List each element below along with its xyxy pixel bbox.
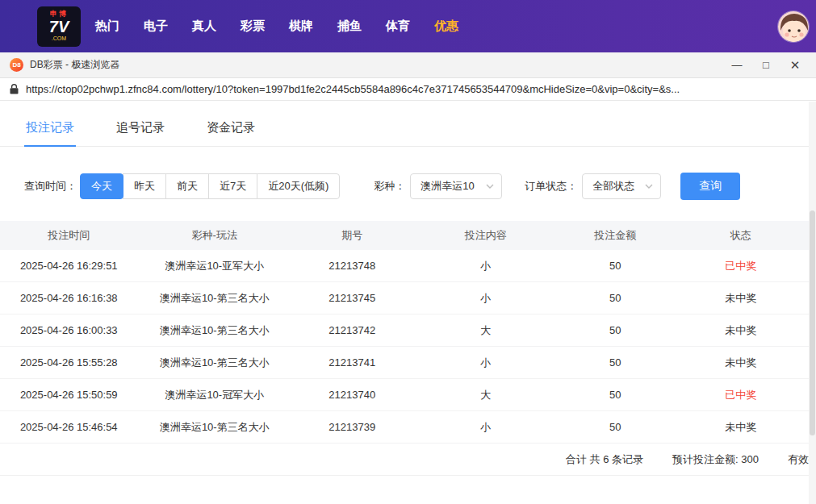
- column-header-2: 期号: [291, 228, 412, 243]
- tab-2[interactable]: 资金记录: [205, 112, 257, 146]
- cell-time: 2025-04-26 16:29:51: [0, 260, 138, 272]
- cell-game: 澳洲幸运10-第三名大小: [138, 356, 292, 370]
- site-navbar: 申博 7V .COM 热门电子真人彩票棋牌捕鱼体育优惠: [0, 0, 816, 52]
- lock-icon: [10, 84, 19, 94]
- nav-item-6[interactable]: 体育: [386, 19, 410, 34]
- cell-status: 未中奖: [672, 323, 810, 338]
- cell-issue: 21213745: [291, 292, 412, 304]
- summary-total-records: 合计 共 6 条记录: [566, 452, 643, 467]
- brand-logo[interactable]: 申博 7V .COM: [37, 6, 81, 47]
- time-filter-option-4[interactable]: 近20天(低频): [257, 173, 340, 199]
- nav-item-0[interactable]: 热门: [95, 19, 119, 34]
- cell-game: 澳洲幸运10-冠军大小: [138, 388, 292, 402]
- table-row: 2025-04-26 15:50:59澳洲幸运10-冠军大小21213740大5…: [0, 379, 810, 411]
- cell-time: 2025-04-26 16:00:33: [0, 324, 138, 336]
- lottery-select-label: 彩种：: [374, 179, 405, 194]
- table-row: 2025-04-26 15:46:54澳洲幸运10-第三名大小21213739小…: [0, 411, 810, 444]
- cell-time: 2025-04-26 15:50:59: [0, 389, 138, 401]
- table-body: 2025-04-26 16:29:51澳洲幸运10-亚军大小21213748小5…: [0, 250, 810, 444]
- cell-status: 未中奖: [672, 356, 810, 370]
- chevron-down-icon: [645, 184, 653, 189]
- cell-game: 澳洲幸运10-第三名大小: [138, 291, 292, 306]
- table-row: 2025-04-26 16:00:33澳洲幸运10-第三名大小21213742大…: [0, 314, 810, 347]
- cell-game: 澳洲幸运10-第三名大小: [138, 323, 292, 338]
- column-header-1: 彩种-玩法: [138, 228, 292, 243]
- order-status-select[interactable]: 全部状态: [582, 173, 661, 199]
- scrollbar-thumb[interactable]: [810, 210, 815, 435]
- table-summary-row: 合计 共 6 条记录 预计投注金额: 300 有效投注金: [0, 444, 810, 476]
- time-filter-option-0[interactable]: 今天: [80, 173, 123, 199]
- order-status-select-value: 全部状态: [592, 179, 634, 194]
- cell-content: 大: [413, 388, 559, 402]
- cell-content: 小: [413, 291, 559, 306]
- cell-amount: 50: [559, 389, 672, 401]
- nav-item-1[interactable]: 电子: [144, 19, 168, 34]
- time-filter-option-1[interactable]: 昨天: [123, 173, 166, 199]
- record-tabs: 投注记录追号记录资金记录: [0, 112, 816, 147]
- table-row: 2025-04-26 16:29:51澳洲幸运10-亚军大小21213748小5…: [0, 250, 810, 282]
- close-icon[interactable]: ✕: [780, 54, 810, 77]
- time-filter-option-3[interactable]: 近7天: [208, 173, 257, 199]
- column-header-5: 状态: [672, 228, 810, 243]
- main-nav: 热门电子真人彩票棋牌捕鱼体育优惠: [95, 19, 458, 34]
- column-header-4: 投注金额: [559, 228, 672, 243]
- query-button[interactable]: 查询: [680, 173, 740, 200]
- scrollbar-track[interactable]: [809, 102, 816, 504]
- cell-issue: 21213741: [291, 356, 412, 369]
- brand-logo-main: 7V: [49, 19, 69, 35]
- time-filter-option-2[interactable]: 前天: [165, 173, 209, 199]
- filter-bar: 查询时间： 今天昨天前天近7天近20天(低频) 彩种： 澳洲幸运10 订单状态：…: [0, 173, 816, 200]
- cell-time: 2025-04-26 16:16:38: [0, 292, 138, 304]
- address-bar[interactable]: https://ctop02pchwp1.zfnc84.com/lottery/…: [0, 78, 816, 101]
- cell-content: 大: [413, 323, 559, 338]
- chevron-down-icon: [486, 184, 494, 189]
- tab-1[interactable]: 追号记录: [115, 112, 166, 146]
- cell-issue: 21213739: [291, 421, 412, 433]
- url-text[interactable]: https://ctop02pchwp1.zfnc84.com/lottery/…: [26, 83, 680, 95]
- cell-amount: 50: [559, 356, 672, 369]
- cell-amount: 50: [559, 421, 672, 433]
- minimize-icon[interactable]: —: [722, 54, 751, 77]
- cell-amount: 50: [559, 292, 672, 304]
- maximize-icon[interactable]: □: [751, 54, 780, 77]
- nav-item-5[interactable]: 捕鱼: [337, 19, 362, 34]
- cell-game: 澳洲幸运10-亚军大小: [138, 259, 292, 273]
- cell-issue: 21213748: [291, 260, 412, 272]
- browser-titlebar: D8 DB彩票 - 极速浏览器 — □ ✕: [0, 52, 816, 78]
- cell-content: 小: [413, 420, 559, 435]
- summary-expected-amount: 预计投注金额: 300: [672, 452, 759, 467]
- nav-item-3[interactable]: 彩票: [241, 19, 265, 34]
- nav-item-7[interactable]: 优惠: [434, 19, 458, 34]
- cell-time: 2025-04-26 15:55:28: [0, 356, 138, 369]
- cell-time: 2025-04-26 15:46:54: [0, 421, 138, 433]
- avatar[interactable]: [777, 10, 810, 43]
- screen: 申博 7V .COM 热门电子真人彩票棋牌捕鱼体育优惠 D8 DB彩票 - 极速…: [0, 0, 816, 504]
- time-filter-label: 查询时间：: [24, 179, 77, 194]
- avatar-image: [778, 11, 810, 43]
- time-filter-group: 今天昨天前天近7天近20天(低频): [80, 173, 340, 199]
- cell-amount: 50: [559, 324, 672, 336]
- bet-records-table: 投注时间彩种-玩法期号投注内容投注金额状态 2025-04-26 16:29:5…: [0, 221, 810, 476]
- column-header-0: 投注时间: [0, 228, 138, 243]
- cell-status: 未中奖: [672, 420, 810, 435]
- order-status-select-label: 订单状态：: [525, 179, 577, 194]
- table-header-row: 投注时间彩种-玩法期号投注内容投注金额状态: [0, 221, 810, 250]
- lottery-select[interactable]: 澳洲幸运10: [410, 173, 502, 199]
- nav-item-4[interactable]: 棋牌: [289, 19, 313, 34]
- cell-amount: 50: [559, 260, 672, 272]
- column-header-3: 投注内容: [413, 228, 559, 243]
- table-row: 2025-04-26 16:16:38澳洲幸运10-第三名大小21213745小…: [0, 282, 810, 314]
- lottery-select-value: 澳洲幸运10: [421, 179, 474, 194]
- window-controls: — □ ✕: [722, 54, 810, 77]
- tab-0[interactable]: 投注记录: [24, 112, 76, 147]
- nav-item-2[interactable]: 真人: [192, 19, 216, 34]
- table-row: 2025-04-26 15:55:28澳洲幸运10-第三名大小21213741小…: [0, 347, 810, 379]
- cell-issue: 21213740: [291, 389, 412, 401]
- cell-status: 已中奖: [672, 388, 810, 402]
- cell-status: 已中奖: [672, 259, 810, 273]
- cell-game: 澳洲幸运10-第三名大小: [138, 420, 292, 435]
- brand-logo-bottom: .COM: [52, 35, 66, 42]
- window-title: DB彩票 - 极速浏览器: [30, 58, 119, 72]
- cell-issue: 21213742: [291, 324, 412, 336]
- browser-app-icon: D8: [10, 58, 23, 72]
